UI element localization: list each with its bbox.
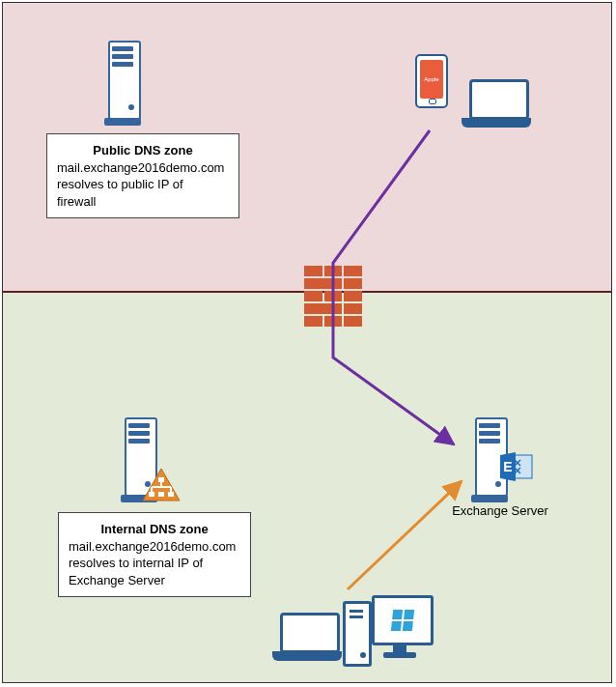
phone-icon: Apple (415, 54, 448, 108)
svg-rect-1 (158, 477, 164, 482)
public-dns-line1: mail.exchange2016demo.com (57, 160, 224, 175)
internal-dns-line2: resolves to internal IP of (69, 556, 203, 570)
internal-dns-title: Internal DNS zone (69, 521, 240, 538)
firewall-icon (304, 266, 362, 320)
internal-desktop-icon (343, 595, 430, 671)
internal-dns-textbox: Internal DNS zone mail.exchange2016demo.… (58, 512, 251, 597)
windows-icon (391, 610, 414, 631)
internal-dns-line3: Exchange Server (69, 573, 165, 587)
internal-laptop-icon (272, 613, 342, 661)
svg-rect-6 (149, 492, 154, 497)
public-dns-title: Public DNS zone (57, 142, 229, 159)
public-dns-server-icon (104, 41, 141, 126)
exchange-server-icon: E (471, 417, 508, 502)
svg-rect-7 (158, 492, 164, 497)
public-dns-line2: resolves to public IP of (57, 177, 183, 191)
exchange-server-label: Exchange Server (442, 503, 558, 518)
svg-text:E: E (503, 459, 512, 474)
internal-dns-line1: mail.exchange2016demo.com (69, 539, 236, 554)
external-laptop-icon (462, 79, 531, 128)
phone-label: Apple (420, 60, 443, 99)
public-dns-textbox: Public DNS zone mail.exchange2016demo.co… (46, 133, 239, 218)
svg-rect-8 (168, 492, 174, 497)
sitemap-icon (142, 468, 181, 502)
exchange-icon: E (500, 452, 533, 481)
public-dns-line3: firewall (57, 194, 96, 209)
internal-dns-server-icon (121, 417, 157, 502)
